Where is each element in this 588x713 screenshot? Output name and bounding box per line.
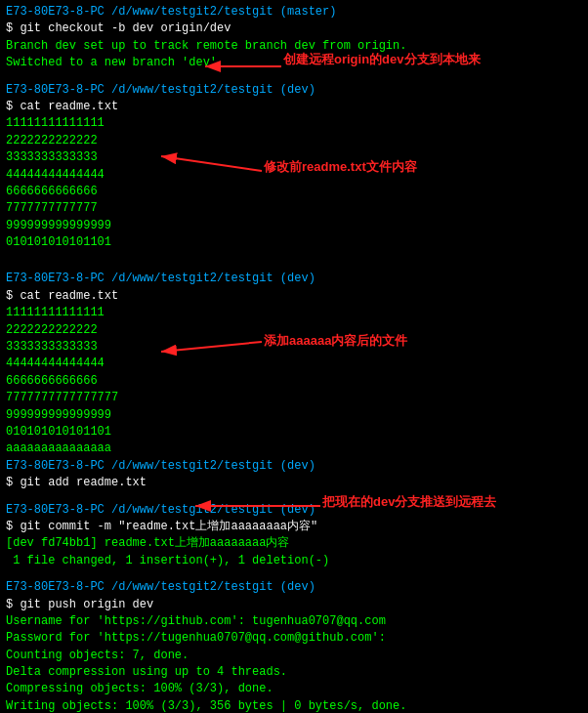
output-text: Writing objects: 100% (3/3), 356 bytes |…	[6, 699, 406, 713]
terminal-line: Switched to a new branch 'dev'	[6, 55, 582, 71]
terminal-line: $ git push origin dev	[6, 597, 582, 613]
terminal-line: aaaaaaaaaaaaaaa	[6, 440, 582, 457]
prompt-host: E73-80E73-8-PC /d/www/testgit2/testgit (…	[6, 459, 315, 473]
output-text: 999999999999999	[6, 408, 111, 422]
output-text: 11111111111111	[6, 306, 105, 319]
terminal-line: 2222222222222	[6, 133, 582, 149]
output-text: Switched to a new branch 'dev'	[6, 56, 217, 69]
output-text: aaaaaaaaaaaaaaa	[6, 441, 111, 455]
output-text: 6666666666666	[6, 374, 98, 388]
cmd-text: $ git checkout -b dev origin/dev	[6, 21, 231, 35]
terminal-line: 010101010101101	[6, 424, 582, 440]
terminal-line: Compressing objects: 100% (3/3), done.	[6, 681, 582, 697]
terminal-line: 010101010101101	[6, 234, 582, 251]
cmd-text: $ cat readme.txt	[6, 289, 118, 303]
prompt-host: E73-80E73-8-PC /d/www/testgit2/testgit (…	[6, 83, 315, 97]
terminal-line: $ git add readme.txt	[6, 475, 582, 491]
output-text: Counting objects: 7, done.	[6, 649, 189, 662]
terminal-line: E73-80E73-8-PC /d/www/testgit2/testgit (…	[6, 271, 582, 287]
terminal-line: E73-80E73-8-PC /d/www/testgit2/testgit (…	[6, 579, 582, 596]
output-text: 999999999999999	[6, 219, 111, 232]
line-gap	[6, 72, 582, 82]
output-text: 2222222222222	[6, 134, 98, 147]
output-text: 44444444444444	[6, 168, 105, 182]
terminal-line: Username for 'https://github.com': tugen…	[6, 613, 582, 630]
terminal-line: E73-80E73-8-PC /d/www/testgit2/testgit (…	[6, 502, 582, 519]
cmd-text: $ cat readme.txt	[6, 100, 118, 113]
terminal-line: 44444444444444	[6, 356, 582, 372]
terminal-line: 3333333333333	[6, 339, 582, 356]
prompt-host: E73-80E73-8-PC /d/www/testgit2/testgit (…	[6, 503, 315, 517]
terminal-line: 999999999999999	[6, 218, 582, 234]
terminal-line: Branch dev set up to track remote branch…	[6, 38, 582, 55]
output-text: Username for 'https://github.com': tugen…	[6, 614, 386, 628]
cmd-text: $ git add readme.txt	[6, 476, 147, 489]
output-text: Delta compression using up to 4 threads.	[6, 665, 287, 679]
output-text: [dev fd74bb1] readme.txt上增加aaaaaaaa内容	[6, 536, 289, 550]
terminal-line: $ cat readme.txt	[6, 99, 582, 115]
cmd-text: $ git commit -m "readme.txt上增加aaaaaaaa内容…	[6, 520, 317, 533]
output-text: 11111111111111	[6, 116, 105, 130]
terminal-line: $ git checkout -b dev origin/dev	[6, 21, 582, 37]
terminal-line: 11111111111111	[6, 305, 582, 321]
output-text: 010101010101101	[6, 235, 111, 249]
output-text: Compressing objects: 100% (3/3), done.	[6, 682, 273, 695]
terminal-line: 999999999999999	[6, 407, 582, 424]
terminal-line: 2222222222222	[6, 322, 582, 339]
terminal-line: 7777777777777	[6, 200, 582, 217]
terminal-line: Delta compression using up to 4 threads.	[6, 664, 582, 681]
terminal-line: $ git commit -m "readme.txt上增加aaaaaaaa内容…	[6, 519, 582, 535]
terminal-line: 6666666666666	[6, 373, 582, 390]
terminal-line: Password for 'https://tugenhua0707@qq.co…	[6, 630, 582, 647]
terminal-line: 6666666666666	[6, 184, 582, 200]
output-text: 2222222222222	[6, 323, 98, 337]
output-text: 3333333333333	[6, 340, 98, 354]
terminal-line: E73-80E73-8-PC /d/www/testgit2/testgit (…	[6, 82, 582, 99]
terminal-line: 7777777777777777	[6, 390, 582, 406]
output-text: 6666666666666	[6, 185, 98, 198]
terminal-line: Writing objects: 100% (3/3), 356 bytes |…	[6, 698, 582, 713]
line-gap	[6, 492, 582, 502]
terminal-window: E73-80E73-8-PC /d/www/testgit2/testgit (…	[0, 0, 588, 713]
terminal-line: [dev fd74bb1] readme.txt上增加aaaaaaaa内容	[6, 535, 582, 552]
terminal-line: 3333333333333	[6, 149, 582, 166]
prompt-host: E73-80E73-8-PC /d/www/testgit2/testgit (…	[6, 272, 315, 285]
output-text: Password for 'https://tugenhua0707@qq.co…	[6, 631, 386, 645]
prompt-host: E73-80E73-8-PC /d/www/testgit2/testgit (…	[6, 580, 315, 594]
terminal-line: $ cat readme.txt	[6, 288, 582, 305]
terminal-line: Counting objects: 7, done.	[6, 648, 582, 664]
line-gap	[6, 261, 582, 271]
output-text: 010101010101101	[6, 425, 111, 439]
prompt-host: E73-80E73-8-PC /d/www/testgit2/testgit (…	[6, 5, 336, 19]
terminal-line: 11111111111111	[6, 115, 582, 132]
output-text: Branch dev set up to track remote branch…	[6, 39, 406, 53]
cmd-text: $ git push origin dev	[6, 598, 153, 611]
output-text: 7777777777777	[6, 201, 98, 215]
output-text: 7777777777777777	[6, 391, 118, 404]
output-text: 3333333333333	[6, 150, 98, 164]
line-gap	[6, 569, 582, 579]
terminal-line: 1 file changed, 1 insertion(+), 1 deleti…	[6, 553, 582, 569]
terminal-line: 44444444444444	[6, 167, 582, 184]
terminal-line: E73-80E73-8-PC /d/www/testgit2/testgit (…	[6, 458, 582, 475]
output-text: 1 file changed, 1 insertion(+), 1 deleti…	[6, 554, 329, 567]
output-text: 44444444444444	[6, 356, 105, 370]
line-gap	[6, 251, 582, 261]
terminal-line: E73-80E73-8-PC /d/www/testgit2/testgit (…	[6, 4, 582, 21]
